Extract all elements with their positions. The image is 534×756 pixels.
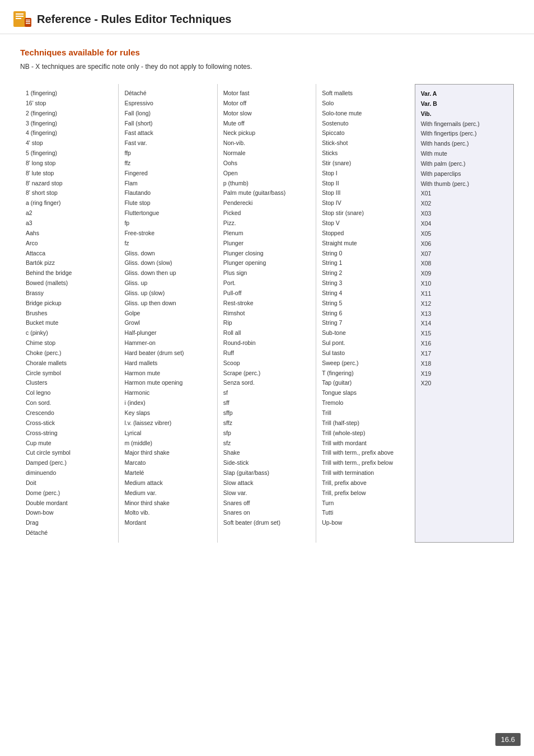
list-item: Cross-string [26,428,113,438]
list-item: sfz [223,438,310,449]
list-item: X06 [421,239,508,249]
list-item: Sostenuto [322,119,409,129]
list-item: sffp [223,408,310,418]
list-item: Stop V [322,218,409,228]
list-item: X15 [421,329,508,339]
list-item: Solo-tone mute [322,109,409,119]
list-item: With thumb (perc.) [421,179,508,189]
list-item: X05 [421,229,508,239]
list-item: Medium var. [124,488,211,498]
list-item: Clusters [26,378,113,388]
list-item: fz [124,239,211,249]
list-item: Half-plunger [124,328,211,338]
list-item: Brassy [26,288,113,298]
list-item: Motor fast [223,88,310,99]
list-item: X03 [421,209,508,219]
list-item: i (index) [124,398,211,408]
list-item: sffz [223,418,310,428]
list-item: X20 [421,379,508,389]
list-item: Bridge pickup [26,298,113,309]
list-item: Minor third shake [124,498,211,508]
list-item: 4' stop [26,138,113,148]
list-item: X01 [421,189,508,199]
list-item: fp [124,218,211,228]
svg-rect-2 [16,16,24,17]
list-item: Martelé [124,468,211,478]
list-item: Non-vib. [223,138,310,148]
list-item: Scrape (perc.) [223,368,310,379]
list-item: Harmon mute [124,368,211,379]
list-item: c (pinky) [26,328,113,338]
list-item: Fall (short) [124,119,211,129]
header-icon [13,10,31,28]
list-item: Stop II [322,179,409,189]
list-item: String 2 [322,268,409,278]
list-item: Stop III [322,188,409,198]
list-item: Sweep (perc.) [322,358,409,368]
list-item: Doit [26,478,113,488]
list-item: Trill (half-step) [322,418,409,428]
list-item: X12 [421,299,508,309]
svg-rect-7 [26,23,30,24]
list-item: Détaché [26,528,113,538]
list-item: p (thumb) [223,179,310,189]
list-item: a2 [26,208,113,218]
list-item: 5 (fingering) [26,148,113,158]
technique-column-3: Motor fast Motor off Motor slow Mute off… [217,84,316,543]
list-item: a3 [26,218,113,228]
list-item: Pull-off [223,288,310,298]
list-item: 2 (fingering) [26,109,113,119]
list-item: Tremolo [322,398,409,408]
list-item: Bucket mute [26,318,113,328]
list-item: sff [223,398,310,408]
list-item: m (middle) [124,438,211,449]
list-item: Key slaps [124,408,211,418]
list-item: Détaché [124,88,211,99]
list-item: Gliss. up [124,278,211,288]
list-item: Soft beater (drum set) [223,518,310,528]
svg-rect-3 [16,18,21,19]
list-item: Trill with term., prefix below [322,458,409,468]
list-item: Penderecki [223,198,310,208]
list-item: Flam [124,179,211,189]
list-item: 16' stop [26,99,113,109]
list-item: Up-bow [322,518,409,528]
list-item: Gliss. up then down [124,298,211,309]
list-item: With mute [421,149,508,159]
list-item: sfp [223,428,310,438]
list-item: Sul pont. [322,338,409,348]
list-item: Col legno [26,388,113,398]
list-item: X18 [421,359,508,369]
list-item: Tap (guitar) [322,378,409,388]
list-item: Chime stop [26,338,113,348]
list-item: With hands (perc.) [421,139,508,149]
list-item: Trill with termination [322,468,409,478]
list-item: Fall (long) [124,109,211,119]
list-item: Sub-tone [322,328,409,338]
list-item: Scoop [223,358,310,368]
list-item: Ruff [223,348,310,358]
list-item: Turn [322,498,409,508]
list-item: Harmon mute opening [124,378,211,388]
list-item: Slow var. [223,488,310,498]
list-item: Var. A [421,89,508,99]
svg-rect-6 [26,21,30,22]
list-item: Brushes [26,309,113,319]
list-item: 8' short stop [26,188,113,198]
list-item: Stop IV [322,198,409,208]
list-item: String 6 [322,309,409,319]
list-item: Hard mallets [124,358,211,368]
list-item: String 1 [322,258,409,268]
list-item: String 3 [322,278,409,288]
list-item: Flautando [124,188,211,198]
list-item: Circle symbol [26,368,113,379]
list-item: Oohs [223,158,310,169]
list-item: Gliss. down then up [124,268,211,278]
list-item: ffz [124,158,211,169]
list-item: Marcato [124,458,211,468]
list-item: Fingered [124,169,211,179]
list-item: Mute off [223,119,310,129]
list-item: Sul tasto [322,348,409,358]
list-item: a (ring finger) [26,198,113,208]
list-item: Motor off [223,99,310,109]
